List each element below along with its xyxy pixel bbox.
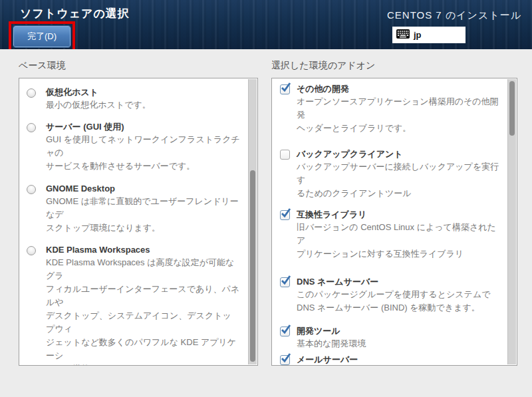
option-title: サーバー (GUI 使用) [46,120,240,133]
option-title: 開発ツール [297,325,501,337]
option-description: GNOME は非常に直観的でユーザーフレンドリーなデ スクトップ環境になります。 [46,195,240,235]
addon-option-dns-name-server[interactable]: DNS ネームサーバー このパッケージグループを使用するとシステムで DNS ネ… [272,275,517,315]
addon-option-backup-client[interactable]: バックアップクライアント バックアップサーバーに接続しバックアップを実行す るた… [272,148,517,200]
keyboard-layout-label: jp [414,30,422,40]
option-title: メールサーバー [297,353,501,366]
addons-heading: 選択した環境のアドオン [271,60,375,72]
option-description: バックアップサーバーに接続しバックアップを実行す るためのクライアントツール [297,160,501,200]
option-title: DNS ネームサーバー [297,275,501,288]
checkbox[interactable] [280,84,290,94]
option-description: GUI を使用してネットワークインフラストラクチャの サービスを動作させるサーバ… [46,133,240,173]
check-icon [280,82,292,94]
checkbox[interactable] [280,150,290,160]
option-description: このパッケージグループを使用するとシステムで DNS ネームサーバー (BIND… [297,288,501,315]
radio-button-icon[interactable] [27,246,36,255]
option-description: 旧バージョンの CentOS Linux によって構築されたア プリケーションに… [297,221,501,261]
radio-button-icon[interactable] [27,88,36,98]
base-env-scrollbar[interactable] [248,79,257,364]
option-description: 基本的な開発環境 [297,337,501,350]
option-description: 最小の仮想化ホストです。 [46,98,240,112]
base-env-option-server-gui[interactable]: サーバー (GUI 使用) GUI を使用してネットワークインフラストラクチャの… [19,120,257,173]
base-environment-list: 付サーバーです。 仮想化ホスト 最小の仮想化ホストです。 サーバー (GUI 使… [19,78,258,366]
scrollbar-thumb[interactable] [250,170,255,362]
check-icon [280,324,292,336]
product-title: CENTOS 7 のインストール [387,9,521,22]
base-env-option-kde-plasma[interactable]: KDE Plasma Workspaces KDE Plasma Workspa… [19,243,257,366]
check-icon [280,275,292,287]
addons-list: その他の開発 オープンソースアプリケーション構築用のその他開発 ヘッダーとライブ… [271,78,517,366]
option-description: KDE Plasma Workspaces は高度な設定が可能なグラ フィカルユ… [46,256,240,366]
keyboard-layout-indicator[interactable]: jp [392,27,466,43]
check-icon [280,207,292,219]
checkbox[interactable] [280,355,290,365]
option-title: KDE Plasma Workspaces [46,243,240,256]
base-env-option-virtualization-host[interactable]: 仮想化ホスト 最小の仮想化ホストです。 [19,86,257,112]
keyboard-icon [396,29,410,41]
addons-scrollbar[interactable] [507,79,516,364]
addon-option-development-tools[interactable]: 開発ツール 基本的な開発環境 [272,325,517,350]
checkbox[interactable] [280,327,290,336]
checkbox[interactable] [280,277,290,287]
option-description: オープンソースアプリケーション構築用のその他開発 ヘッダーとライブラリです。 [297,95,501,135]
annotation-red-box: 完了(D) [9,21,75,49]
radio-button-icon[interactable] [27,123,36,132]
check-icon [280,352,292,364]
scrollbar-thumb[interactable] [509,81,515,136]
radio-button-icon[interactable] [27,185,36,194]
page-title: ソフトウェアの選択 [20,6,130,21]
option-title: その他の開発 [297,82,501,95]
option-title: 仮想化ホスト [46,86,240,98]
option-title: GNOME Desktop [46,182,240,195]
header-bar: ソフトウェアの選択 完了(D) CENTOS 7 のインストール jp [0,0,532,49]
option-title: バックアップクライアント [297,148,501,160]
addon-option-compatibility-libraries[interactable]: 互換性ライブラリ 旧バージョンの CentOS Linux によって構築されたア… [272,208,517,261]
done-button[interactable]: 完了(D) [13,26,70,47]
addon-option-mail-server[interactable]: メールサーバー システムが SMTP または IMAP 電子メールサーバー とし… [272,353,517,366]
option-title: 互換性ライブラリ [297,208,501,221]
checkbox[interactable] [280,210,290,220]
addon-option-additional-development[interactable]: その他の開発 オープンソースアプリケーション構築用のその他開発 ヘッダーとライブ… [272,82,517,135]
base-environment-heading: ベース環境 [19,60,66,72]
base-env-option-gnome-desktop[interactable]: GNOME Desktop GNOME は非常に直観的でユーザーフレンドリーなデ… [19,182,257,235]
